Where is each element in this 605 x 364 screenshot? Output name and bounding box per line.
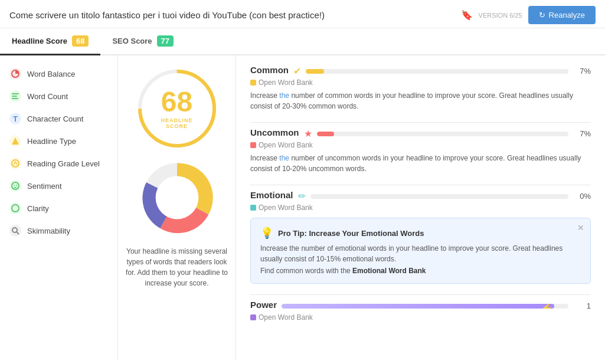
tab-seo-label: SEO Score xyxy=(112,37,152,45)
common-progress-bar xyxy=(306,69,324,74)
common-word-link[interactable]: Open Word Bank xyxy=(250,78,591,87)
uncommon-pct: 7% xyxy=(573,129,591,138)
sidebar-item-sentiment[interactable]: Sentiment xyxy=(0,175,117,197)
top-bar-right: 🔖 VERSION 6/25 ↻ Reanalyze xyxy=(461,6,596,24)
svg-rect-1 xyxy=(12,93,19,94)
common-open-word-bank[interactable]: Open Word Bank xyxy=(259,78,313,87)
pro-tip-link-prefix: Find common words with the xyxy=(260,267,352,275)
uncommon-star-icon: ★ xyxy=(304,128,312,139)
svg-marker-4 xyxy=(12,137,19,145)
sidebar-item-skimmability[interactable]: Skimmability xyxy=(0,219,117,242)
emotional-pct: 0% xyxy=(573,192,591,201)
pro-tip-header: 💡 Pro Tip: Increase Your Emotional Words xyxy=(260,227,581,240)
reanalyze-label: Reanalyze xyxy=(549,11,585,19)
word-balance-icon xyxy=(9,68,21,80)
uncommon-word-link[interactable]: Open Word Bank xyxy=(250,141,591,149)
tab-headline-badge: 68 xyxy=(72,35,89,47)
tabs-bar: Headline Score 68 SEO Score 77 xyxy=(0,28,605,55)
clarity-label: Clarity xyxy=(27,204,49,213)
sidebar-item-clarity[interactable]: Clarity xyxy=(0,197,117,219)
reanalyze-icon: ↻ xyxy=(539,11,545,19)
word-balance-label: Word Balance xyxy=(27,70,75,78)
emotional-progress-bar-bg xyxy=(310,194,568,199)
word-count-icon xyxy=(9,90,21,102)
power-open-word-bank[interactable]: Open Word Bank xyxy=(259,313,313,322)
power-progress-row: Power ⚡ 1 xyxy=(250,300,591,312)
svg-point-9 xyxy=(12,205,19,212)
pro-tip-bulb-icon: 💡 xyxy=(260,227,273,240)
common-progress-row: Common ✔ 7% xyxy=(250,65,591,77)
svg-line-11 xyxy=(17,232,19,234)
emotional-title: Emotional xyxy=(250,190,293,200)
sidebar-item-word-balance[interactable]: Word Balance xyxy=(0,63,117,85)
sidebar-item-word-count[interactable]: Word Count xyxy=(0,85,117,107)
sidebar-item-reading-grade[interactable]: Reading Grade Level xyxy=(0,152,117,175)
section-power: Power ⚡ 1 Open Word Bank xyxy=(250,300,591,322)
version-info: VERSION 6/25 xyxy=(479,12,522,19)
power-pct: 1 xyxy=(573,301,591,310)
sentiment-label: Sentiment xyxy=(27,182,62,191)
common-desc: Increase the number of common words in y… xyxy=(250,90,591,112)
gauge-panel: 68 HEADLINESCORE Your headline is missin… xyxy=(118,55,236,360)
sidebar-item-character-count[interactable]: T Character Count xyxy=(0,107,117,130)
uncommon-progress-row: Uncommon ★ 7% xyxy=(250,127,591,140)
gauge-score: 68 xyxy=(161,88,192,116)
emotional-link-square xyxy=(250,205,256,211)
content-panel: Common ✔ 7% Open Word Bank Increase the … xyxy=(236,55,605,360)
divider-1 xyxy=(250,122,591,123)
section-uncommon: Uncommon ★ 7% Open Word Bank Increase th… xyxy=(250,127,591,174)
emotional-progress-row: Emotional ✏ 0% xyxy=(250,190,591,202)
tab-headline-label: Headline Score xyxy=(12,37,67,45)
emotional-open-word-bank[interactable]: Open Word Bank xyxy=(259,204,313,212)
power-word-link[interactable]: Open Word Bank xyxy=(250,313,591,322)
pro-tip-title: Pro Tip: Increase Your Emotional Words xyxy=(278,229,424,238)
pie-chart xyxy=(139,159,215,236)
pie-description: Your headline is missing several types o… xyxy=(124,246,230,288)
svg-rect-2 xyxy=(12,96,17,97)
uncommon-progress-bar xyxy=(317,132,335,136)
sentiment-icon xyxy=(9,180,21,192)
pro-tip-link-text[interactable]: Emotional Word Bank xyxy=(352,267,426,275)
bookmark-icon[interactable]: 🔖 xyxy=(461,9,473,21)
common-check-icon: ✔ xyxy=(293,65,301,77)
uncommon-open-word-bank[interactable]: Open Word Bank xyxy=(259,141,313,149)
clarity-icon xyxy=(9,202,21,214)
top-bar: Come scrivere un titolo fantastico per i… xyxy=(0,0,605,28)
common-progress-bar-bg xyxy=(306,69,568,74)
svg-point-10 xyxy=(12,228,17,232)
main-layout: Word Balance Word Count T Character Coun… xyxy=(0,55,605,360)
gauge-label: HEADLINESCORE xyxy=(161,117,192,129)
power-link-square xyxy=(250,314,256,320)
common-title: Common xyxy=(250,65,289,75)
divider-2 xyxy=(250,185,591,185)
sidebar: Word Balance Word Count T Character Coun… xyxy=(0,55,118,360)
character-count-label: Character Count xyxy=(27,114,83,123)
tab-seo-badge: 77 xyxy=(157,35,174,47)
reading-grade-label: Reading Grade Level xyxy=(27,159,100,168)
svg-point-7 xyxy=(14,185,15,186)
common-pct: 7% xyxy=(573,67,591,76)
uncommon-link-square xyxy=(250,142,256,148)
section-common: Common ✔ 7% Open Word Bank Increase the … xyxy=(250,65,591,112)
reading-grade-icon xyxy=(9,158,21,169)
section-emotional: Emotional ✏ 0% Open Word Bank ✕ 💡 Pro Ti… xyxy=(250,190,591,284)
gauge-circle: 68 HEADLINESCORE xyxy=(136,67,218,150)
pro-tip-close-button[interactable]: ✕ xyxy=(577,223,584,232)
power-progress-bar: ⚡ xyxy=(282,304,554,309)
word-count-label: Word Count xyxy=(27,92,68,101)
tab-seo[interactable]: SEO Score 77 xyxy=(100,28,185,55)
power-title: Power xyxy=(250,300,277,310)
common-link-square xyxy=(250,80,256,86)
uncommon-title: Uncommon xyxy=(250,127,299,137)
character-count-icon: T xyxy=(9,113,21,124)
emotional-word-link[interactable]: Open Word Bank xyxy=(250,204,591,212)
pie-chart-container xyxy=(139,159,215,238)
svg-point-15 xyxy=(155,176,198,219)
pro-tip-link: Find common words with the Emotional Wor… xyxy=(260,267,581,275)
uncommon-progress-bar-bg xyxy=(317,132,569,136)
tab-headline[interactable]: Headline Score 68 xyxy=(0,28,100,55)
divider-3 xyxy=(250,294,591,295)
sidebar-item-headline-type[interactable]: Headline Type xyxy=(0,130,117,152)
svg-point-8 xyxy=(16,185,17,186)
reanalyze-button[interactable]: ↻ Reanalyze xyxy=(528,6,596,24)
